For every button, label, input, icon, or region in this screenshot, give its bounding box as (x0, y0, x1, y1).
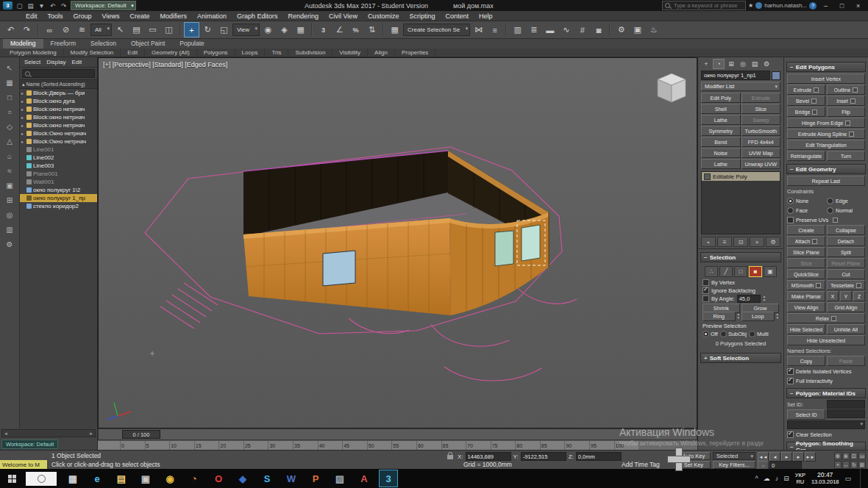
modifier-button[interactable]: Shell (701, 104, 741, 114)
zoom-region-icon[interactable]: ▭ (858, 452, 866, 460)
ring-button[interactable]: Ring (702, 312, 736, 321)
select-and-link-icon[interactable]: ∞ (42, 22, 57, 37)
close-button[interactable]: × (851, 2, 865, 10)
ring-spinner[interactable]: ▲▼ (737, 313, 740, 320)
edit-geometry-control[interactable]: Z (853, 291, 865, 301)
edit-polygons-control[interactable]: Turn (827, 151, 865, 161)
zoom-extents-icon[interactable]: ⊡ (850, 452, 858, 460)
ribbon-tab[interactable]: Object Paint (124, 39, 172, 49)
snaps-toggle-icon[interactable]: 3 (316, 22, 331, 37)
ribbon-panel-label[interactable]: Tris (265, 49, 288, 57)
separator[interactable] (311, 24, 313, 36)
modifier-button[interactable]: Extrude (741, 93, 781, 103)
reference-coordinate-dropdown[interactable]: View (232, 24, 260, 36)
key-filters-button[interactable]: Key Filters... (713, 461, 755, 469)
time-slider-track[interactable]: 0 / 100 (98, 428, 697, 440)
named-selection-dropdown[interactable]: Create Selection Se (403, 24, 470, 36)
word-icon[interactable]: W (282, 470, 300, 487)
edit-geometry-control[interactable]: Constraints (787, 187, 865, 195)
scene-explorer-row[interactable]: ▸ Block:окно нетрнач (20, 105, 97, 113)
ribbon-tab[interactable]: Freeform (43, 39, 83, 49)
ribbon-toggle-icon[interactable]: ▬ (542, 22, 558, 37)
object-color-swatch[interactable] (772, 71, 780, 80)
ribbon-panel-label[interactable]: Edit (121, 49, 145, 57)
menu-item[interactable]: Edit (21, 11, 43, 21)
preview-selection-radio[interactable]: Off (702, 331, 718, 337)
chrome-icon[interactable]: ◉ (161, 470, 179, 487)
edit-polygons-control[interactable]: Retriangulate (787, 151, 825, 161)
scene-explorer-row[interactable]: ▸ Block:Окно нетрнач (20, 137, 97, 146)
modifier-button[interactable]: UVW Map (741, 148, 781, 158)
edit-polygons-control[interactable]: Bridge (787, 107, 825, 117)
add-time-tag[interactable]: Add Time Tag (622, 461, 660, 468)
edit-geometry-control[interactable]: Face (787, 206, 825, 215)
explorer-select-icon[interactable]: ↖ (3, 62, 16, 73)
explorer-menu-item[interactable]: Edit (68, 58, 85, 66)
edit-geometry-control[interactable]: Slice (787, 258, 825, 268)
display-tab-icon[interactable]: ▤ (750, 60, 760, 68)
layer-manager-icon[interactable]: ≣ (526, 22, 541, 37)
edit-geometry-control[interactable]: Relax (787, 313, 865, 323)
select-object-icon[interactable]: ↖ (113, 22, 128, 37)
edit-geometry-control[interactable]: MSmooth (787, 280, 825, 290)
scene-explorer-row[interactable]: Plane001 (20, 170, 97, 178)
utilities-tab-icon[interactable]: ⚙ (761, 60, 772, 68)
tray-volume-icon[interactable]: ♪ (775, 475, 779, 482)
edit-polygons-control[interactable]: Hinge From Edge (787, 118, 865, 128)
edit-geometry-control[interactable]: Collapse (827, 225, 865, 235)
menu-item[interactable]: Rendering (283, 11, 324, 21)
scene-explorer-row[interactable]: стекло коридор2 (20, 202, 97, 210)
modify-tab-icon[interactable]: ◔ (713, 59, 725, 69)
scene-explorer-row[interactable]: ▸ Block:Окно нетрнач (20, 129, 97, 137)
edit-geometry-control[interactable]: View Align (787, 302, 825, 312)
signed-in-user[interactable]: harhun.natash... (764, 2, 807, 9)
workspace-tab[interactable]: Workspace: Default (1, 439, 58, 449)
selection-filter-dropdown[interactable]: All (90, 24, 112, 36)
make-unique-icon[interactable]: ⊡ (733, 237, 748, 247)
pin-stack-icon[interactable]: • (701, 237, 716, 247)
menu-item[interactable]: Content (440, 11, 474, 21)
edit-geometry-control[interactable]: Reset Plane (827, 258, 865, 268)
menu-item[interactable]: Tools (43, 11, 68, 21)
menu-item[interactable]: Scripting (404, 11, 440, 21)
menu-item[interactable]: Modifiers (154, 11, 192, 21)
edit-geometry-control[interactable]: Unhide All (827, 324, 865, 334)
scene-explorer-row[interactable]: ▸ Block:окно дуга (20, 97, 97, 105)
select-and-rotate-icon[interactable]: ↻ (200, 22, 216, 37)
material-editor-icon[interactable]: ◙ (591, 22, 606, 37)
modifier-button[interactable]: Noise (701, 148, 741, 158)
viewport-label[interactable]: [+] [Perspective] [Standard] [Edged Face… (103, 61, 227, 68)
edit-geometry-control[interactable]: Paste (827, 356, 865, 366)
scene-explorer-row[interactable]: ▸ Block:окно нетрнач (20, 121, 97, 129)
go-to-end-button[interactable]: ►► (805, 452, 816, 462)
tray-cloud-icon[interactable]: ☁ (764, 475, 770, 482)
edit-geometry-control[interactable]: Named Selections: (787, 346, 865, 355)
smoothing-groups-rollout-header[interactable]: Polygon: Smoothing Gro (786, 442, 866, 450)
favorites-star-icon[interactable]: ★ (748, 2, 753, 9)
preview-selection-radio[interactable]: SubObj (720, 331, 747, 337)
by-vertex-checkbox[interactable] (702, 279, 709, 286)
edit-polygons-control[interactable]: Inset (827, 96, 865, 106)
set-key-button[interactable]: Set Key (677, 461, 711, 469)
edit-geometry-control[interactable]: X (827, 291, 839, 301)
edit-polygons-control[interactable]: Bevel (787, 96, 825, 106)
expand-arrow-icon[interactable]: ▸ (21, 131, 26, 136)
opera-icon[interactable]: O (210, 470, 227, 487)
modifier-stack[interactable]: Editable Poly (701, 171, 780, 234)
spinner-snap-icon[interactable]: ⇅ (364, 22, 380, 37)
configure-sets-icon[interactable]: ⚙ (766, 237, 780, 247)
border-mode-icon[interactable]: □ (734, 266, 747, 277)
show-lights-icon[interactable]: ◇ (3, 121, 16, 132)
edit-polygons-control[interactable]: Extrude Along Spline (787, 129, 865, 139)
building-model[interactable] (243, 151, 549, 315)
modifier-button[interactable]: TurboSmooth (741, 126, 781, 136)
use-center-icon[interactable]: ◉ (260, 22, 276, 37)
edit-polygons-control[interactable]: Flip (827, 107, 865, 117)
help-icon[interactable]: ? (809, 2, 817, 10)
menu-item[interactable]: Views (97, 11, 125, 21)
workspace-dropdown[interactable]: Workspace: Default (71, 1, 136, 10)
edit-geometry-control[interactable]: QuickSlice (787, 269, 825, 279)
time-slider-handle[interactable]: 0 / 100 (122, 430, 160, 439)
redo-icon[interactable]: ↷ (19, 22, 35, 37)
show-xrefs-icon[interactable]: ⊞ (3, 194, 16, 206)
